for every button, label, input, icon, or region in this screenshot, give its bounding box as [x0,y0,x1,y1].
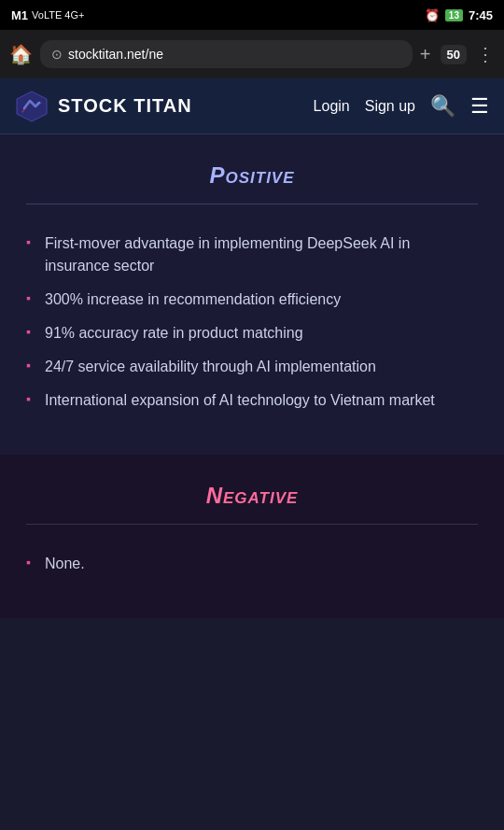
carrier-text: M1 [11,8,28,22]
list-item: First-mover advantage in implementing De… [26,227,478,283]
list-item: International expansion of AI technology… [26,384,478,417]
positive-section-title: Positive [26,162,478,189]
new-tab-icon[interactable]: + [420,44,431,65]
positive-divider [26,204,478,204]
network-type: VoLTE 4G+ [32,9,84,21]
browser-actions: + 50 ⋮ [420,43,495,65]
site-title: STOCK TITAN [58,95,192,117]
battery-indicator: 13 [445,9,463,21]
positive-section: Positive First-mover advantage in implem… [0,134,504,455]
search-icon[interactable]: 🔍 [430,94,455,119]
status-bar: M1 VoLTE 4G+ ⏰ 13 7:45 [0,0,504,30]
negative-section: Negative None. [0,455,504,618]
list-item: 300% increase in recommendation efficien… [26,283,478,317]
logo-area: STOCK TITAN [15,90,192,123]
status-right: ⏰ 13 7:45 [425,8,493,22]
list-item: None. [26,547,478,581]
url-security-icon: ⊙ [51,47,63,62]
browser-menu-icon[interactable]: ⋮ [476,43,495,65]
logo-icon [15,90,49,123]
time-display: 7:45 [469,8,493,22]
list-item: 24/7 service availability through AI imp… [26,350,478,384]
home-icon[interactable]: 🏠 [9,43,33,65]
positive-bullet-list: First-mover advantage in implementing De… [26,227,478,417]
hamburger-menu-icon[interactable]: ☰ [470,94,489,119]
content-area: Positive First-mover advantage in implem… [0,134,504,618]
login-link[interactable]: Login [314,98,350,115]
tabs-count[interactable]: 50 [441,45,467,64]
list-item: 91% accuracy rate in product matching [26,317,478,350]
negative-divider [26,524,478,525]
url-bar[interactable]: ⊙ stocktitan.net/ne [40,40,413,68]
status-left: M1 VoLTE 4G+ [11,8,84,22]
svg-marker-0 [17,91,47,121]
negative-section-title: Negative [26,483,478,509]
nav-bar: STOCK TITAN Login Sign up 🔍 ☰ [0,78,504,134]
alarm-icon: ⏰ [425,8,440,22]
signup-link[interactable]: Sign up [365,98,415,115]
nav-actions: Login Sign up 🔍 ☰ [314,94,489,119]
negative-bullet-list: None. [26,547,478,581]
browser-bar: 🏠 ⊙ stocktitan.net/ne + 50 ⋮ [0,30,504,78]
url-text: stocktitan.net/ne [68,47,401,62]
